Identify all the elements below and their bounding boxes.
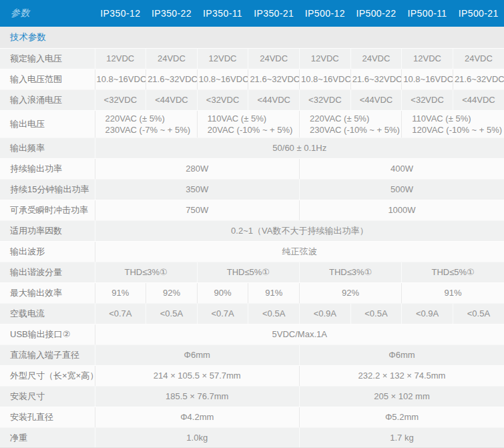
row-label: 适用功率因数 bbox=[0, 220, 95, 241]
row-label: 输入浪涌电压 bbox=[0, 89, 95, 110]
table-row: USB输出接口②5VDC/Max.1A bbox=[0, 324, 504, 345]
spec-value-cell: THD≤5%① bbox=[402, 262, 504, 282]
row-label: 持续15分钟输出功率 bbox=[0, 179, 95, 200]
spec-value-cell: 10.8~16VDC bbox=[95, 69, 146, 89]
row-label: 输出谐波分量 bbox=[0, 262, 95, 282]
spec-value-cell: 10.8~16VDC bbox=[300, 69, 351, 89]
spec-value-cell: 91% bbox=[248, 282, 300, 303]
table-row: 直流输入端子直径Φ6mmΦ6mm bbox=[0, 345, 504, 365]
spec-value-cell: <0.5A bbox=[146, 303, 198, 324]
spec-value-cell: 220VAC (± 5%)230VAC (-7% ~ + 5%) bbox=[95, 110, 197, 138]
row-label: 输入电压范围 bbox=[0, 69, 95, 89]
spec-value-cell: <32VDC bbox=[95, 89, 146, 110]
table-row: 输出波形纯正弦波 bbox=[0, 241, 504, 262]
spec-table: 参数 IP350-12IP350-22IP350-11IP350-21IP500… bbox=[0, 0, 504, 448]
spec-value-cell: <44VDC bbox=[453, 89, 504, 110]
spec-value-cell: <0.5A bbox=[248, 303, 300, 324]
row-label: 安装尺寸 bbox=[0, 386, 95, 407]
row-label: 输出电压 bbox=[0, 110, 95, 138]
spec-value-cell: 12VDC bbox=[402, 48, 453, 69]
spec-value-cell: 1.0kg bbox=[95, 427, 300, 448]
row-label: 净重 bbox=[0, 427, 95, 448]
spec-value-cell: <0.7A bbox=[197, 303, 248, 324]
spec-value-cell: 24VDC bbox=[146, 48, 198, 69]
spec-value-cell: 220VAC (± 5%)230VAC (-10% ~ + 5%) bbox=[300, 110, 402, 138]
spec-value-cell: <0.5A bbox=[350, 303, 402, 324]
spec-value-cell: THD≤3%① bbox=[95, 262, 197, 282]
spec-value-cell: 214 × 105.5 × 57.7mm bbox=[95, 365, 300, 386]
table-row: 输出频率50/60 ± 0.1Hz bbox=[0, 138, 504, 158]
table-row: 输入浪涌电压<32VDC<44VDC<32VDC<44VDC<32VDC<44V… bbox=[0, 89, 504, 110]
spec-value-cell: 21.6~32VDC bbox=[350, 69, 402, 89]
spec-value-cell: 110VAC (± 5%)120VAC (-10% ~ + 5%) bbox=[402, 110, 504, 138]
table-row: 输出电压220VAC (± 5%)230VAC (-7% ~ + 5%)110V… bbox=[0, 110, 504, 138]
spec-value-cell: 205 × 102 mm bbox=[300, 386, 504, 407]
spec-value-cell: <32VDC bbox=[402, 89, 453, 110]
spec-value-cell: 12VDC bbox=[95, 48, 146, 69]
spec-value-cell: 350W bbox=[95, 179, 300, 200]
table-header-row: 参数 IP350-12IP350-22IP350-11IP350-21IP500… bbox=[0, 0, 504, 27]
row-label: 输出频率 bbox=[0, 138, 95, 158]
row-label: 直流输入端子直径 bbox=[0, 345, 95, 365]
spec-value-cell: 185.5 × 76.7mm bbox=[95, 386, 300, 407]
spec-value-cell: 280W bbox=[95, 158, 300, 179]
table-row: 持续15分钟输出功率350W500W bbox=[0, 179, 504, 200]
spec-value-cell: Φ6mm bbox=[95, 345, 300, 365]
row-label: 最大输出效率 bbox=[0, 282, 95, 303]
model-column-header: IP500-22 bbox=[350, 0, 402, 27]
model-column-header: IP350-11 bbox=[197, 0, 248, 27]
table-row: 净重1.0kg1.7 kg bbox=[0, 427, 504, 448]
spec-value-cell: <44VDC bbox=[146, 89, 198, 110]
spec-value-cell: 90% bbox=[197, 282, 248, 303]
row-label: 持续输出功率 bbox=[0, 158, 95, 179]
spec-value-cell: 92% bbox=[146, 282, 198, 303]
spec-value-cell: 0.2~1（VA数不大于持续输出功率） bbox=[95, 220, 504, 241]
table-row: 额定输入电压12VDC24VDC12VDC24VDC12VDC24VDC12VD… bbox=[0, 48, 504, 69]
table-row: 输入电压范围10.8~16VDC21.6~32VDC10.8~16VDC21.6… bbox=[0, 69, 504, 89]
spec-value-cell: 110VAC (± 5%)20VAC (-10% ~ + 5%) bbox=[197, 110, 299, 138]
spec-value-cell: 500W bbox=[300, 179, 504, 200]
spec-value-cell: 21.6~32VDC bbox=[453, 69, 504, 89]
spec-value-cell: 750W bbox=[95, 200, 300, 220]
spec-value-cell: 24VDC bbox=[248, 48, 300, 69]
table-row: 可承受瞬时冲击功率750W1000W bbox=[0, 200, 504, 220]
spec-value-cell: <44VDC bbox=[350, 89, 402, 110]
table-row: 安装尺寸185.5 × 76.7mm205 × 102 mm bbox=[0, 386, 504, 407]
spec-value-cell: <0.7A bbox=[95, 303, 146, 324]
spec-value-cell: 10.8~16VDC bbox=[402, 69, 453, 89]
param-column-header: 参数 bbox=[0, 0, 95, 27]
spec-table-body: 技术参数 额定输入电压12VDC24VDC12VDC24VDC12VDC24VD… bbox=[0, 27, 504, 448]
spec-value-cell: 12VDC bbox=[197, 48, 248, 69]
spec-value-cell: THD≤3%① bbox=[300, 262, 402, 282]
spec-value-cell: 400W bbox=[300, 158, 504, 179]
row-label: USB输出接口② bbox=[0, 324, 95, 345]
section-row: 技术参数 bbox=[0, 27, 504, 48]
table-row: 适用功率因数0.2~1（VA数不大于持续输出功率） bbox=[0, 220, 504, 241]
spec-table-page: 参数 IP350-12IP350-22IP350-11IP350-21IP500… bbox=[0, 0, 504, 448]
table-row: 空载电流<0.7A<0.5A<0.7A<0.5A<0.9A<0.5A<0.9A<… bbox=[0, 303, 504, 324]
spec-value-cell: 1000W bbox=[300, 200, 504, 220]
table-row: 外型尺寸（长×宽×高）214 × 105.5 × 57.7mm232.2 × 1… bbox=[0, 365, 504, 386]
table-row: 安装孔直径Φ4.2mmΦ5.2mm bbox=[0, 407, 504, 427]
spec-value-cell: 92% bbox=[300, 282, 402, 303]
model-column-header: IP350-12 bbox=[95, 0, 146, 27]
spec-value-cell: Φ6mm bbox=[300, 345, 504, 365]
row-label: 可承受瞬时冲击功率 bbox=[0, 200, 95, 220]
spec-value-cell: 21.6~32VDC bbox=[248, 69, 300, 89]
spec-value-cell: 50/60 ± 0.1Hz bbox=[95, 138, 504, 158]
model-column-header: IP500-21 bbox=[453, 0, 504, 27]
spec-value-cell: 12VDC bbox=[300, 48, 351, 69]
spec-value-cell: 5VDC/Max.1A bbox=[95, 324, 504, 345]
spec-value-cell: <32VDC bbox=[300, 89, 351, 110]
spec-value-cell: 232.2 × 132 × 74.5mm bbox=[300, 365, 504, 386]
spec-value-cell: THD≤5%① bbox=[197, 262, 299, 282]
section-title: 技术参数 bbox=[0, 27, 504, 48]
row-label: 安装孔直径 bbox=[0, 407, 95, 427]
spec-value-cell: 91% bbox=[402, 282, 504, 303]
table-row: 输出谐波分量THD≤3%①THD≤5%①THD≤3%①THD≤5%① bbox=[0, 262, 504, 282]
row-label: 输出波形 bbox=[0, 241, 95, 262]
spec-value-cell: 21.6~32VDC bbox=[146, 69, 198, 89]
spec-value-cell: 1.7 kg bbox=[300, 427, 504, 448]
spec-value-cell: <32VDC bbox=[197, 89, 248, 110]
table-row: 最大输出效率91%92%90%91%92%91% bbox=[0, 282, 504, 303]
